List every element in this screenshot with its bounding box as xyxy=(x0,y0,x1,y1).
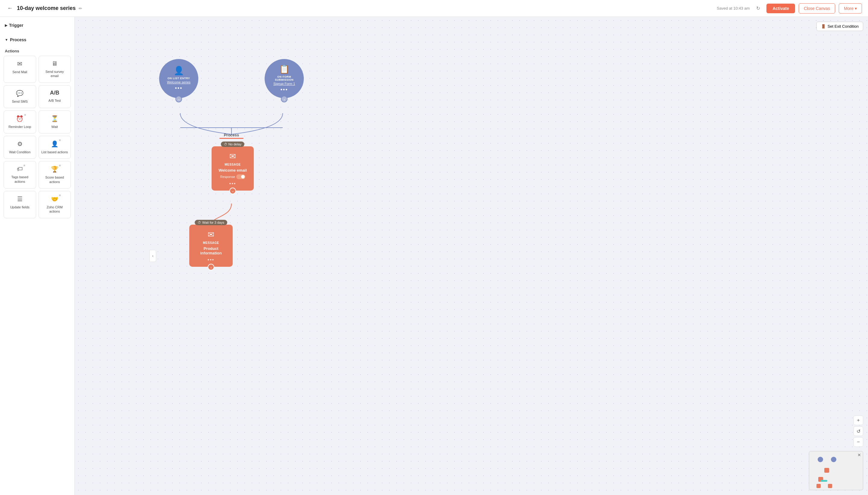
stack-icon: ≡ xyxy=(24,113,26,117)
form-submission-down-circle[interactable]: ⌄ xyxy=(281,96,288,102)
send-sms-icon: 💬 xyxy=(16,90,23,97)
zoho-crm-label: Zoho CRM actions xyxy=(41,205,68,214)
process-section: ▼ Process xyxy=(0,31,75,46)
welcome-email-msg-icon: ✉ xyxy=(229,152,236,161)
product-info-msg-icon: ✉ xyxy=(208,230,214,239)
process-label-text: Process xyxy=(224,133,239,137)
delay-icon: ⏱ xyxy=(224,142,227,146)
action-node-product-info[interactable]: ⏱ Wait for 3 days ✉ MESSAGE Product info… xyxy=(189,225,233,267)
product-info-dots: ••• xyxy=(208,257,215,262)
zoom-reset-button[interactable]: ↺ xyxy=(853,426,863,436)
action-reminder-loop[interactable]: ⏰ ≡ Reminder Loop xyxy=(4,110,36,133)
header: ← 10-day welcome series ✏ Saved at 10:43… xyxy=(0,0,868,17)
wait-condition-icon: ⚙ xyxy=(17,140,22,148)
list-entry-dots: ••• xyxy=(175,85,183,91)
action-update-fields[interactable]: ☰ Update fields xyxy=(4,191,36,218)
product-info-name: Product information xyxy=(194,246,228,255)
action-node-welcome-email[interactable]: ⏱ No delay ✉ MESSAGE Welcome email Respo… xyxy=(212,146,254,191)
main-layout: ▶ Trigger ▼ Process Actions ✉ Send Mail … xyxy=(0,17,868,495)
activate-button[interactable]: Activate xyxy=(766,4,795,13)
no-delay-badge: ⏱ No delay xyxy=(221,141,244,147)
response-toggle[interactable] xyxy=(236,174,245,179)
process-chevron-icon: ▼ xyxy=(5,38,8,41)
mini-node-4 xyxy=(828,484,832,488)
welcome-email-down-circle[interactable]: ⌄ xyxy=(229,188,236,194)
score-based-icon: 🏆 ≡ xyxy=(51,166,59,173)
trigger-on-form-submission[interactable]: 📋 ON FORMSUBMISSION Signup Form 1 ••• ⌄ xyxy=(265,59,304,98)
stack-icon5: ≡ xyxy=(59,193,61,197)
action-ab-test[interactable]: A/B A/B Test xyxy=(38,85,71,108)
update-fields-icon: ☰ xyxy=(17,195,22,203)
saved-text: Saved at 10:43 am xyxy=(717,6,750,11)
form-submission-name: Signup Form 1 xyxy=(273,82,295,86)
mini-trigger-2 xyxy=(831,457,836,462)
list-based-icon: 👤 ≡ xyxy=(51,140,59,148)
wait-3-days-badge: ⏱ Wait for 3 days xyxy=(195,220,227,225)
process-underline xyxy=(219,138,244,139)
ab-test-label: A/B Test xyxy=(49,99,61,103)
stack-icon4: ≡ xyxy=(59,164,61,167)
welcome-email-inner: ✉ MESSAGE Welcome email Response ••• xyxy=(212,146,254,191)
sidebar: ▶ Trigger ▼ Process Actions ✉ Send Mail … xyxy=(0,17,75,495)
action-send-sms[interactable]: 💬 Send SMS xyxy=(4,85,36,108)
edit-icon[interactable]: ✏ xyxy=(79,6,82,11)
zoom-out-button[interactable]: − xyxy=(853,437,863,447)
back-button[interactable]: ← xyxy=(6,4,14,13)
action-tags-based[interactable]: 🏷 ≡ Tags based actions xyxy=(4,161,36,188)
form-submission-type: ON FORMSUBMISSION xyxy=(275,75,294,81)
mini-node-3 xyxy=(817,484,821,488)
exit-icon: 🚪 xyxy=(821,24,826,29)
process-label-block: Process xyxy=(219,133,244,139)
action-score-based[interactable]: 🏆 ≡ Score based actions xyxy=(38,161,71,188)
list-entry-chevron[interactable]: ⌄ xyxy=(176,96,182,102)
stack-icon3: ≡ xyxy=(23,164,25,167)
zoom-in-button[interactable]: + xyxy=(853,415,863,425)
delay-text: No delay xyxy=(228,142,241,146)
send-sms-label: Send SMS xyxy=(12,99,28,104)
list-entry-down-circle[interactable]: ⌄ xyxy=(176,96,182,102)
action-zoho-crm[interactable]: 🤝 ≡ Zoho CRM actions xyxy=(38,191,71,218)
trigger-header[interactable]: ▶ Trigger xyxy=(5,21,70,30)
refresh-button[interactable]: ↻ xyxy=(753,4,763,13)
action-send-survey-email[interactable]: 🖥 Send survey email xyxy=(38,56,71,83)
form-submission-dots: ••• xyxy=(281,87,288,93)
actions-grid: ✉ Send Mail 🖥 Send survey email 💬 Send S… xyxy=(0,56,75,218)
close-canvas-button[interactable]: Close Canvas xyxy=(799,3,835,14)
set-exit-condition-button[interactable]: 🚪 Set Exit Condition xyxy=(817,22,863,31)
update-fields-label: Update fields xyxy=(10,205,30,209)
list-entry-type: ON LIST ENTRY xyxy=(167,77,190,80)
trigger-label: Trigger xyxy=(9,23,23,28)
wait-icon: ⏳ xyxy=(51,115,59,122)
list-based-label: List based actions xyxy=(41,150,68,154)
action-wait-condition[interactable]: ⚙ Wait Condition xyxy=(4,136,36,159)
toggle-thumb xyxy=(241,175,245,178)
process-label: Process xyxy=(10,37,26,42)
tags-based-icon: 🏷 ≡ xyxy=(17,166,23,172)
trigger-on-list-entry[interactable]: 👤 ON LIST ENTRY Welcome series ••• ⌄ xyxy=(159,59,198,98)
wait-condition-label: Wait Condition xyxy=(9,150,30,154)
mini-teal-bar xyxy=(821,480,827,482)
send-survey-email-label: Send survey email xyxy=(41,70,68,78)
response-label: Response xyxy=(220,175,235,178)
list-entry-name: Welcome series xyxy=(167,80,191,84)
form-submission-chevron[interactable]: ⌄ xyxy=(281,96,288,102)
action-wait[interactable]: ⏳ Wait xyxy=(38,110,71,133)
zoho-crm-icon: 🤝 ≡ xyxy=(51,195,59,203)
product-info-down-circle[interactable]: ⌄ xyxy=(208,264,214,270)
form-submission-icon: 📋 xyxy=(279,64,290,74)
mini-node-1 xyxy=(824,468,829,473)
wait-label: Wait xyxy=(51,125,58,129)
mini-map-close-button[interactable]: ✕ xyxy=(857,453,861,457)
collapse-sidebar-button[interactable]: ‹ xyxy=(149,250,156,262)
product-info-type: MESSAGE xyxy=(203,241,219,244)
ab-test-icon: A/B xyxy=(50,90,59,96)
canvas-area: ‹ 🚪 Set Exit Condition xyxy=(75,17,868,495)
trigger-chevron-icon: ▶ xyxy=(5,23,7,28)
welcome-email-type: MESSAGE xyxy=(225,163,241,166)
process-header[interactable]: ▼ Process xyxy=(5,36,70,44)
list-entry-icon: 👤 xyxy=(174,66,184,75)
reminder-loop-label: Reminder Loop xyxy=(9,125,31,129)
action-send-mail[interactable]: ✉ Send Mail xyxy=(4,56,36,83)
action-list-based[interactable]: 👤 ≡ List based actions xyxy=(38,136,71,159)
more-button[interactable]: More ▾ xyxy=(839,3,862,14)
